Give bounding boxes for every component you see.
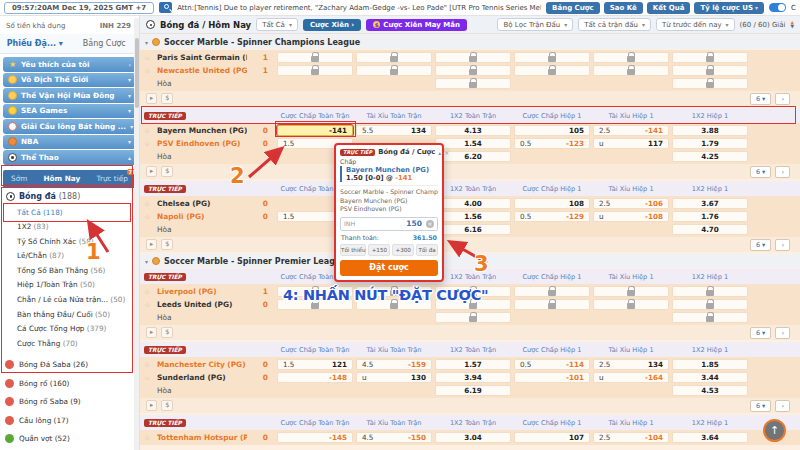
sidebar-item-th-thao[interactable]: Thể Thao▴ <box>3 150 136 165</box>
odds-cell[interactable]: 2.5-104 <box>593 432 669 443</box>
clear-stake-icon[interactable]: × <box>426 220 434 228</box>
bet-type-item[interactable]: Tổng Số Bàn Thắng (56) <box>17 264 139 279</box>
odds-cell[interactable]: 3.94 <box>435 372 511 383</box>
odds-cell[interactable]: 105 <box>514 125 590 136</box>
more-markets-button[interactable]: › <box>775 400 790 412</box>
favorite-star-icon[interactable]: ☆ <box>144 212 154 222</box>
odds-cell[interactable]: 6.16 <box>435 224 511 235</box>
filter-select-3[interactable]: Từ trước đến nay▾ <box>656 18 735 31</box>
odds-cell[interactable]: 1.76 <box>672 211 748 222</box>
market-count-select[interactable]: 6 ▾ <box>750 327 771 339</box>
sidebar-item-v-ch-th-gi-i[interactable]: Vô Địch Thế Giới▾ <box>3 73 136 88</box>
odds-cell[interactable]: 1.57 <box>435 359 511 370</box>
search-button[interactable] <box>159 2 172 13</box>
bet-type-item[interactable]: Cá Cược Tổng Hợp (379) <box>17 322 139 337</box>
more-markets-button[interactable]: › <box>775 239 790 251</box>
filter-select-1[interactable]: Bộ Lọc Trận Đấu▾ <box>497 18 573 31</box>
more-markets-button[interactable]: › <box>775 327 790 339</box>
odds-cell[interactable]: 2.5-141 <box>593 125 669 136</box>
odds-toggle[interactable] <box>769 3 786 12</box>
close-icon[interactable]: × <box>444 149 449 156</box>
odds-cell[interactable]: 108 <box>514 198 590 209</box>
sidebar-sport-item[interactable]: Quần vợt (52) <box>5 429 134 448</box>
dollar-icon[interactable]: $ <box>161 93 173 104</box>
place-bet-button[interactable]: Đặt cược <box>340 260 438 276</box>
play-icon[interactable]: ▸ <box>146 93 157 104</box>
stake-preset-chip[interactable]: Tối thiểu <box>340 244 366 256</box>
market-count-select[interactable]: 6 ▾ <box>750 400 771 412</box>
scrollbar-thumb[interactable] <box>135 38 139 108</box>
market-count-select[interactable]: 6 ▾ <box>750 166 771 178</box>
more-markets-button[interactable]: › <box>775 166 790 178</box>
league-header[interactable]: ▾Soccer Marble - Spinner Premier League <box>140 254 800 268</box>
bet-type-item[interactable]: 1X2 (83) <box>17 220 139 235</box>
odds-cell[interactable]: -101 <box>514 372 590 383</box>
odds-cell[interactable]: 1.85 <box>672 359 748 370</box>
topbar-button-4[interactable]: Tỷ lệ cược US ▾ <box>694 2 764 14</box>
bet-type-item[interactable]: Tỷ Số Chính Xác (58) <box>17 235 139 250</box>
topbar-button-2[interactable]: Sao Kê <box>604 2 643 14</box>
bet-type-item[interactable]: Cược Thẳng (70) <box>17 337 139 352</box>
favorite-star-icon[interactable]: ☆ <box>144 199 154 209</box>
topbar-button-1[interactable]: Bảng Cược <box>546 2 600 14</box>
favorite-star-icon[interactable]: ☆ <box>144 53 154 63</box>
odds-cell[interactable]: -145 <box>277 432 353 443</box>
favorite-star-icon[interactable]: ☆ <box>144 373 154 383</box>
dollar-icon[interactable]: $ <box>161 239 173 250</box>
bet-type-item[interactable]: Bàn thắng Đầu/ Cuối (50) <box>17 308 139 323</box>
sidebar-item-gi-i-c-u-l-ng-b-t-h-ng-[interactable]: Giải Cầu lông Bát hùng ...▾ <box>3 119 136 134</box>
play-icon[interactable]: ▸ <box>146 239 157 250</box>
odds-cell[interactable]: 3.67 <box>672 198 748 209</box>
odds-cell[interactable]: u117 <box>593 138 669 149</box>
favorite-star-icon[interactable]: ☆ <box>144 287 154 297</box>
odds-cell[interactable]: 4.70 <box>672 224 748 235</box>
odds-cell[interactable]: 107 <box>514 432 590 443</box>
odds-cell[interactable]: 1.79 <box>672 138 748 149</box>
favorite-star-icon[interactable]: ☆ <box>144 300 154 310</box>
odds-cell[interactable]: u-108 <box>593 211 669 222</box>
odds-cell[interactable]: 3.04 <box>435 432 511 443</box>
topbar-button-3[interactable]: Kết Quả <box>647 2 691 14</box>
odds-cell[interactable]: 4.25 <box>672 151 748 162</box>
sidebar-tab-1[interactable]: Phiếu Đặ... ▾ <box>0 39 70 48</box>
odds-cell[interactable]: 0.5-129 <box>514 211 590 222</box>
favorite-star-icon[interactable]: ☆ <box>144 66 154 76</box>
odds-cell[interactable]: 1.54 <box>435 138 511 149</box>
sidebar-sport-header[interactable]: Bóng đá (188) <box>0 188 139 205</box>
odds-cell[interactable]: u130 <box>356 372 432 383</box>
odds-cell[interactable]: 1.56 <box>435 211 511 222</box>
sidebar-sport-item[interactable]: Bóng Đá Saba (26) <box>5 355 134 374</box>
odds-cell[interactable]: 0.5-114 <box>514 359 590 370</box>
time-tab-h-m-nay[interactable]: Hôm Nay <box>43 172 82 186</box>
favorite-star-icon[interactable]: ☆ <box>144 126 154 136</box>
market-count-select[interactable]: 6 ▾ <box>750 93 771 105</box>
odds-cell[interactable]: 5.5134 <box>356 125 432 136</box>
time-tab-s-m[interactable]: Sớm <box>10 172 28 185</box>
league-header[interactable]: ▾Soccer Marble - Spinner Champions Leagu… <box>140 35 800 49</box>
odds-cell[interactable]: u-164 <box>593 372 669 383</box>
odds-cell[interactable]: 3.88 <box>672 125 748 136</box>
scroll-top-button[interactable]: ↑ <box>763 419 786 442</box>
odds-cell[interactable]: 4.13 <box>435 125 511 136</box>
odds-cell[interactable]: 6.19 <box>435 385 511 396</box>
dollar-icon[interactable]: $ <box>161 166 173 177</box>
sort-icon[interactable]: ▲▼ <box>791 21 794 29</box>
sidebar-item-sea-games[interactable]: SEA Games▾ <box>3 104 136 119</box>
market-count-select[interactable]: 6 ▾ <box>750 239 771 251</box>
stake-preset-chip[interactable]: +300 <box>392 244 414 256</box>
bet-type-item[interactable]: Lẻ/Chẵn (87) <box>17 249 139 264</box>
favorite-star-icon[interactable]: ☆ <box>144 360 154 370</box>
odds-cell[interactable]: 2.5-106 <box>593 198 669 209</box>
play-icon[interactable]: ▸ <box>146 166 157 177</box>
odds-cell[interactable]: 4.53 <box>672 385 748 396</box>
time-tab-tr-c-ti-p[interactable]: Trực tiếp78 <box>96 172 129 185</box>
collapse-icon[interactable]: ▴ <box>438 149 441 156</box>
odds-cell[interactable]: 3.44 <box>672 372 748 383</box>
odds-cell[interactable]: 0.5-123 <box>514 138 590 149</box>
sidebar-tab-2[interactable]: Bảng Cược <box>70 39 140 48</box>
sidebar-item-th-v-n-h-i-m-a-ng[interactable]: Thế Vận Hội Mùa Đông▾ <box>3 88 136 103</box>
bet-type-item[interactable]: Hiệp 1/Toàn Trận (50) <box>17 278 139 293</box>
odds-cell[interactable]: -148 <box>277 372 353 383</box>
selected-odds-cell[interactable]: -141 <box>277 125 353 136</box>
stake-preset-chip[interactable]: Tối đa <box>416 244 438 256</box>
